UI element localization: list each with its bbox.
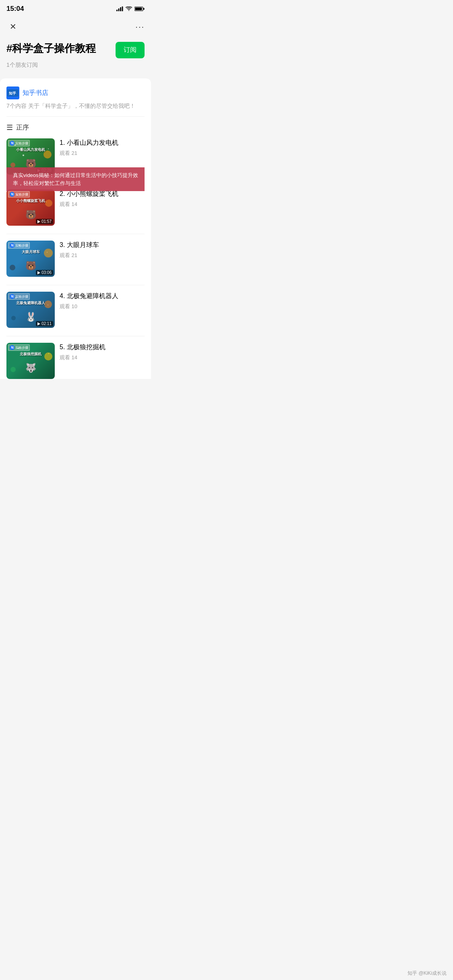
item-divider [6,336,145,336]
list-item[interactable]: 知 实验步骤 大眼月球车 🐻 03:06 3. 大眼月球车 观看 21 [6,241,145,277]
video-info-1: 1. 小看山风力发电机 观看 21 [60,138,145,157]
status-time: 15:04 [6,5,24,13]
svg-rect-5 [143,8,145,10]
video-title-3: 3. 大眼月球车 [60,241,145,249]
duration-badge-2: 01:57 [36,219,53,224]
video-info-2: 2. 小小熊螺旋桨飞机 观看 14 [60,189,145,208]
video-views-1: 观看 21 [60,150,145,157]
svg-rect-0 [116,10,118,11]
astronaut-icon-3: 🐻 [25,261,36,271]
experiment-badge-4: 知 实验步骤 [8,293,30,300]
thumb-title-2: 小小熊螺旋桨飞机 [6,198,55,204]
more-button[interactable]: ··· [135,22,145,31]
astronaut-icon-4: 🐰 [25,312,36,322]
header-row: #科学盒子操作教程 订阅 [6,42,145,58]
sort-row: ☰ 正序 [6,123,145,132]
signal-icon [116,6,123,11]
svg-rect-2 [120,7,121,11]
video-views-5: 观看 14 [60,354,145,361]
thumb-title-1: 小看山风力发电机 [6,147,55,152]
battery-icon [134,6,145,11]
experiment-badge-5: 知 实验步骤 [8,344,30,351]
list-item[interactable]: 知 实验步骤 小小熊螺旋桨飞机 🐻 01:57 2. 小小熊螺旋桨飞机 观看 1… [6,189,145,226]
video-thumbnail-4: 知 实验步骤 北极兔避障机器人 🐰 02:11 [6,292,55,328]
nav-bar: ✕ ··· [0,18,151,35]
header-section: #科学盒子操作教程 订阅 1个朋友订阅 [0,35,151,77]
astronaut-icon-5: 🐺 [25,363,36,373]
svg-rect-3 [122,6,123,11]
close-button[interactable]: ✕ [6,20,19,33]
thumb-title-4: 北极兔避障机器人 [6,301,55,306]
video-views-4: 观看 10 [60,303,145,310]
duration-badge-3: 03:06 [36,270,53,275]
play-icon-4 [37,322,40,325]
duration-badge-4: 02:11 [36,321,53,326]
play-icon-3 [37,271,40,274]
video-title-5: 5. 北极狼挖掘机 [60,343,145,352]
video-thumbnail-2: 知 实验步骤 小小熊螺旋桨飞机 🐻 01:57 [6,189,55,226]
video-views-3: 观看 21 [60,252,145,259]
content-card: 知乎 知乎书店 7个内容 关于「科学盒子」，不懂的尽管交给我吧！ ☰ 正序 知 [0,78,151,379]
svg-text:知乎: 知乎 [8,91,17,95]
subscribe-button[interactable]: 订阅 [116,42,145,58]
shop-description: 7个内容 关于「科学盒子」，不懂的尽管交给我吧！ [6,103,145,117]
status-icons [116,6,145,11]
thumb-title-3: 大眼月球车 [6,249,55,255]
video-thumbnail-3: 知 实验步骤 大眼月球车 🐻 03:06 [6,241,55,277]
banner-text: 真实videos揭秘：如何通过日常生活中的小技巧提升效率，轻松应对繁忙工作与生活 [13,172,138,186]
video-title-1: 1. 小看山风力发电机 [60,138,145,147]
list-item[interactable]: 知 实验步骤 北极狼挖掘机 🐺 5. 北极狼挖掘机 观看 14 [6,343,145,379]
video-info-4: 4. 北极兔避障机器人 观看 10 [60,292,145,310]
shop-info: 知乎 知乎书店 [6,86,145,99]
shop-icon: 知乎 [6,86,19,99]
video-list: 知 实验步骤 小看山风力发电机 🐻 02:28 1. 小看山风力发电机 观看 2… [6,138,145,379]
banner-overlay: 真实videos揭秘：如何通过日常生活中的小技巧提升效率，轻松应对繁忙工作与生活 [6,167,145,191]
sort-label: 正序 [16,124,29,132]
wifi-icon [126,6,132,11]
sort-icon: ☰ [6,123,13,132]
svg-rect-6 [135,8,142,10]
video-info-3: 3. 大眼月球车 观看 21 [60,241,145,259]
experiment-badge-3: 知 实验步骤 [8,242,30,249]
video-title-4: 4. 北极兔避障机器人 [60,292,145,301]
video-info-5: 5. 北极狼挖掘机 观看 14 [60,343,145,361]
svg-rect-1 [118,8,120,11]
experiment-badge-1: 知 实验步骤 [8,140,30,146]
thumb-title-5: 北极狼挖掘机 [6,352,55,357]
experiment-badge-2: 知 实验步骤 [8,191,30,198]
item-divider [6,234,145,234]
play-icon-2 [37,220,40,223]
page-title: #科学盒子操作教程 [6,42,111,56]
astronaut-icon-2: 🐻 [25,210,36,220]
video-views-2: 观看 14 [60,201,145,208]
item-divider [6,285,145,285]
video-thumbnail-5: 知 实验步骤 北极狼挖掘机 🐺 [6,343,55,379]
status-bar: 15:04 [0,0,151,18]
shop-name[interactable]: 知乎书店 [23,89,48,97]
list-item[interactable]: 知 实验步骤 北极兔避障机器人 🐰 02:11 4. 北极兔避障机器人 观看 1… [6,292,145,328]
subscribers-text: 1个朋友订阅 [6,62,145,69]
